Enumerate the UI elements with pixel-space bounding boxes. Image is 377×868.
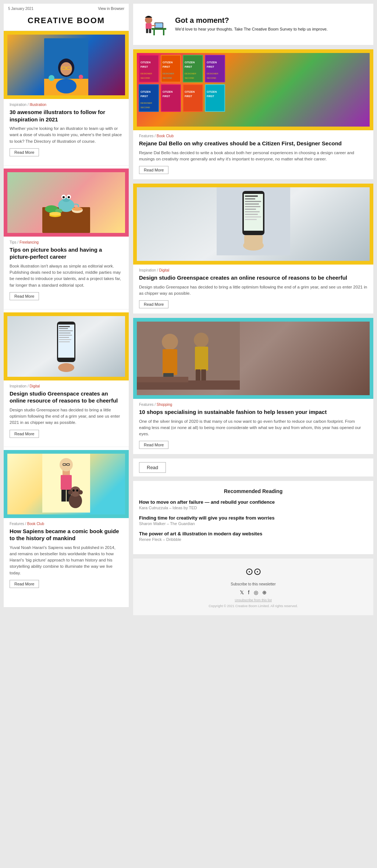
svg-rect-42 — [61, 475, 72, 490]
svg-rect-25 — [58, 325, 74, 358]
svg-text:DESIGNER: DESIGNER — [141, 102, 152, 104]
right-article-2-read-more[interactable]: Read More — [139, 300, 168, 308]
svg-point-46 — [76, 489, 78, 492]
svg-text:DESIGNER: DESIGNER — [141, 72, 152, 75]
svg-rect-40 — [61, 489, 66, 502]
svg-point-45 — [72, 489, 75, 492]
svg-text:FIRST: FIRST — [185, 95, 192, 98]
svg-rect-107 — [245, 203, 259, 205]
read-button-container: Read — [133, 458, 373, 476]
survey-heading: Got a moment? — [175, 16, 328, 25]
svg-rect-57 — [146, 29, 148, 33]
right-article-3: Features / Shopping 10 shops specialisin… — [133, 318, 373, 454]
right-article-2-desc: Design studio Greenspace has decided to … — [139, 284, 367, 297]
copyright-text: Copyright © 2021 Creative Boom Limited. … — [141, 604, 366, 608]
facebook-icon[interactable]: f — [248, 589, 249, 595]
left-article-3-body: Inspiration / Digital Design studio Gree… — [4, 380, 129, 443]
svg-rect-30 — [59, 335, 72, 336]
svg-text:DESIGNER: DESIGNER — [207, 72, 218, 75]
left-article-1-body: Inspiration / Illustration 30 awesome il… — [4, 99, 129, 162]
svg-rect-53 — [155, 23, 163, 28]
recommended-reading-section: Recommended Reading How to move on after… — [133, 481, 373, 554]
right-article-2: Inspiration / Digital Design studio Gree… — [133, 184, 373, 313]
right-article-1-desc: Rejane Dal Bello has decided to write a … — [139, 150, 367, 163]
svg-text:CITIZEN: CITIZEN — [207, 61, 217, 64]
svg-rect-112 — [245, 216, 261, 217]
right-article-1-title: Rejane Dal Bello on why creatives should… — [139, 140, 367, 147]
view-in-browser-link[interactable]: View in Browser — [98, 7, 124, 11]
svg-text:SECOND: SECOND — [207, 77, 216, 79]
rec-item-3-source: Renee Fleck – Dribbble — [139, 537, 367, 542]
svg-rect-90 — [161, 85, 180, 111]
right-article-2-title: Design studio Greenspace creates an onli… — [139, 274, 367, 281]
svg-text:SECOND: SECOND — [141, 106, 150, 109]
footer: ⊙⊙ Subscribe to this newsletter 𝕏 f ◎ ⊕ … — [133, 559, 373, 615]
left-article-4-read-more[interactable]: Read More — [10, 580, 39, 588]
left-article-4-title: How Sapiens became a comic book guide to… — [10, 528, 123, 542]
right-article-1-body: Features / Book Club Rejane Dal Bello on… — [133, 130, 373, 179]
left-article-1: Inspiration / Illustration 30 awesome il… — [4, 31, 129, 166]
svg-rect-111 — [245, 214, 258, 215]
subscribe-link[interactable]: Subscribe to this newsletter — [231, 582, 275, 586]
svg-point-19 — [49, 212, 61, 216]
left-article-3: Inspiration / Digital Design studio Gree… — [4, 312, 129, 447]
left-article-3-read-more[interactable]: Read More — [10, 430, 39, 438]
left-article-2-desc: Book illustration isn't always as simple… — [10, 263, 123, 288]
svg-text:FIRST: FIRST — [163, 95, 170, 98]
svg-rect-108 — [245, 206, 260, 207]
left-article-4: Features / Book Club How Sapiens became … — [4, 450, 129, 597]
svg-rect-32 — [59, 339, 71, 340]
site-logo: CREATIVE BOOM — [4, 12, 129, 31]
footer-links[interactable]: Subscribe to this newsletter — [141, 581, 366, 587]
svg-rect-106 — [245, 201, 261, 202]
svg-rect-51 — [163, 30, 164, 35]
svg-text:SECOND: SECOND — [185, 77, 194, 79]
svg-rect-113 — [245, 219, 257, 220]
rec-item-3-title: The power of art & illustration in moder… — [139, 531, 367, 536]
survey-illustration — [141, 10, 170, 39]
survey-body: We'd love to hear your thoughts. Take Th… — [175, 26, 328, 32]
svg-rect-98 — [206, 85, 224, 111]
svg-point-2 — [56, 79, 77, 93]
svg-point-10 — [79, 75, 83, 79]
svg-rect-58 — [149, 29, 151, 33]
pinterest-icon[interactable]: ⊕ — [262, 589, 267, 595]
left-article-2-read-more[interactable]: Read More — [10, 292, 39, 300]
instagram-icon[interactable]: ◎ — [254, 589, 258, 595]
left-article-3-category: Inspiration / Digital — [10, 384, 123, 388]
right-article-3-title: 10 shops specialising in sustainable fas… — [139, 408, 367, 416]
svg-rect-50 — [153, 30, 155, 35]
svg-rect-55 — [146, 23, 152, 29]
left-article-1-read-more[interactable]: Read More — [10, 148, 39, 156]
twitter-icon[interactable]: 𝕏 — [240, 589, 244, 595]
svg-text:SECOND: SECOND — [163, 77, 172, 79]
svg-rect-31 — [59, 337, 69, 338]
svg-text:FIRST: FIRST — [207, 65, 214, 68]
svg-rect-33 — [59, 341, 70, 342]
svg-point-47 — [68, 490, 72, 495]
svg-rect-94 — [184, 85, 202, 111]
right-article-3-desc: One of the silver linings of 2020 is tha… — [139, 418, 367, 437]
right-article-1-read-more[interactable]: Read More — [139, 166, 168, 174]
svg-line-56 — [152, 25, 156, 26]
left-article-3-title: Design studio Greenspace creates an onli… — [10, 390, 123, 404]
right-article-3-category: Features / Shopping — [139, 403, 367, 407]
svg-rect-105 — [245, 198, 255, 199]
survey-banner[interactable]: Got a moment? We'd love to hear your tho… — [133, 4, 373, 45]
svg-rect-127 — [137, 377, 188, 382]
svg-text:CITIZEN: CITIZEN — [141, 61, 150, 64]
rec-item-1: How to move on after failure — and rebui… — [139, 499, 367, 510]
rec-item-2-source: Sharon Walker – The Guardian — [139, 521, 367, 526]
svg-text:FIRST: FIRST — [185, 65, 192, 68]
svg-point-37 — [60, 458, 73, 471]
footer-social[interactable]: 𝕏 f ◎ ⊕ — [141, 589, 366, 595]
left-article-4-body: Features / Book Club How Sapiens became … — [4, 518, 129, 593]
right-article-3-read-more[interactable]: Read More — [139, 441, 168, 449]
newsletter-date: 5 January 2021 — [8, 7, 33, 11]
rec-item-1-title: How to move on after failure — and rebui… — [139, 499, 367, 505]
read-button[interactable]: Read — [139, 462, 166, 473]
rec-item-2-title: Finding time for creativity will give yo… — [139, 515, 367, 521]
unsubscribe-link[interactable]: Unsubscribe from this list — [141, 598, 366, 602]
svg-point-48 — [78, 490, 83, 495]
left-article-2: Tips / Freelancing Tips on picture books… — [4, 169, 129, 309]
